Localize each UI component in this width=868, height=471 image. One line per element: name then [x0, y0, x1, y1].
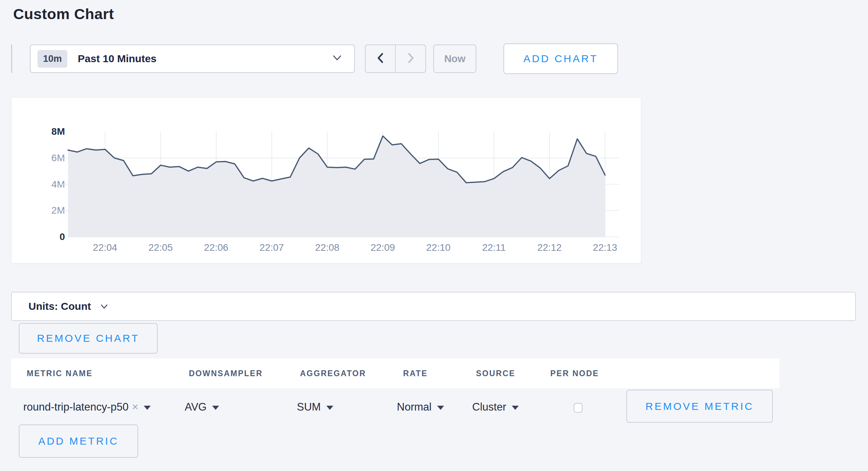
- remove-metric-button[interactable]: REMOVE METRIC: [626, 390, 773, 423]
- y-axis-tick-label: 2M: [27, 205, 65, 216]
- units-label: Units: Count: [28, 300, 91, 312]
- units-select[interactable]: Units: Count: [11, 292, 856, 321]
- time-range-badge: 10m: [37, 50, 67, 68]
- aggregator-dropdown[interactable]: SUM: [297, 401, 333, 413]
- source-dropdown[interactable]: Cluster: [472, 401, 519, 413]
- chevron-down-icon: [332, 54, 342, 63]
- table-header-cell: PER NODE: [550, 369, 599, 378]
- caret-down-icon: [144, 406, 151, 410]
- x-axis-tick-label: 22:04: [93, 242, 117, 253]
- y-axis-tick-label: 4M: [27, 179, 65, 190]
- per-node-checkbox[interactable]: [574, 403, 583, 413]
- custom-chart-page: Custom Chart 10m Past 10 Minutes Now ADD…: [0, 0, 868, 471]
- x-axis-tick-label: 22:13: [593, 242, 617, 253]
- remove-chart-button[interactable]: REMOVE CHART: [19, 323, 158, 354]
- time-range-select[interactable]: 10m Past 10 Minutes: [30, 44, 355, 73]
- time-back-button[interactable]: [366, 45, 395, 72]
- x-axis-tick-label: 22:07: [260, 242, 284, 253]
- metric-name-dropdown[interactable]: round-trip-latency-p50 ×: [23, 401, 151, 413]
- chevron-down-icon: [100, 304, 108, 311]
- x-axis-tick-label: 22:11: [482, 242, 506, 253]
- chart-plot-area[interactable]: [68, 132, 619, 237]
- chevron-left-icon: [375, 52, 386, 66]
- x-axis-tick-label: 22:12: [537, 242, 562, 253]
- x-axis-tick-label: 22:08: [315, 242, 340, 253]
- aggregator-value: SUM: [297, 401, 321, 413]
- y-axis-tick-label: 6M: [27, 152, 65, 164]
- x-axis-tick-label: 22:05: [149, 242, 173, 253]
- clear-metric-icon[interactable]: ×: [132, 401, 138, 413]
- chart-card: 02M4M6M8M 22:0422:0522:0622:0722:0822:09…: [11, 97, 641, 264]
- table-header-cell: SOURCE: [476, 369, 515, 378]
- y-axis-tick-label: 0: [27, 231, 65, 242]
- x-axis-tick-label: 22:09: [371, 242, 395, 253]
- page-title: Custom Chart: [13, 6, 114, 23]
- chevron-right-icon: [406, 52, 416, 66]
- source-value: Cluster: [472, 401, 506, 413]
- add-chart-button[interactable]: ADD CHART: [503, 43, 618, 74]
- downsampler-dropdown[interactable]: AVG: [185, 401, 219, 413]
- toolbar-left-divider: [11, 44, 12, 73]
- table-header-cell: RATE: [403, 369, 428, 378]
- time-nav-group: [365, 44, 426, 73]
- time-range-label: Past 10 Minutes: [78, 53, 157, 65]
- add-metric-button[interactable]: ADD METRIC: [19, 424, 138, 458]
- caret-down-icon: [326, 406, 333, 410]
- rate-value: Normal: [397, 401, 432, 413]
- x-axis-tick-label: 22:10: [426, 242, 451, 253]
- caret-down-icon: [212, 406, 219, 410]
- table-header-cell: METRIC NAME: [27, 369, 93, 378]
- caret-down-icon: [437, 406, 444, 410]
- metrics-table-header: METRIC NAMEDOWNSAMPLERAGGREGATORRATESOUR…: [11, 358, 779, 388]
- caret-down-icon: [512, 406, 519, 410]
- table-header-cell: AGGREGATOR: [300, 369, 366, 378]
- rate-dropdown[interactable]: Normal: [397, 401, 444, 413]
- metric-name-value: round-trip-latency-p50: [23, 401, 128, 413]
- now-button[interactable]: Now: [433, 44, 476, 73]
- table-header-cell: DOWNSAMPLER: [189, 369, 263, 378]
- downsampler-value: AVG: [185, 401, 207, 413]
- y-axis-tick-label: 8M: [27, 126, 65, 137]
- x-axis-tick-label: 22:06: [204, 242, 228, 253]
- time-forward-button[interactable]: [395, 45, 425, 72]
- chart-svg: [68, 132, 619, 237]
